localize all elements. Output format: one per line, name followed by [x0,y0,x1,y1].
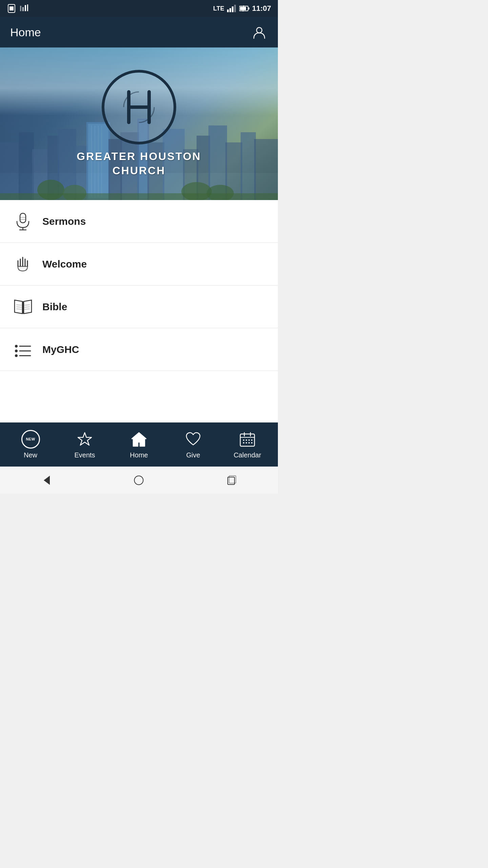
menu-list: Sermons Welcome [0,200,278,422]
page-title: Home [10,26,41,39]
new-badge: NEW [21,430,40,449]
svg-rect-8 [232,6,233,12]
svg-rect-38 [254,139,278,200]
hero-banner: GREATER HOUSTON CHURCH [0,47,278,200]
star-icon [76,430,94,449]
svg-rect-4 [25,5,26,11]
sermons-label: Sermons [42,216,86,227]
svg-point-79 [135,476,143,485]
svg-marker-65 [78,433,92,445]
svg-rect-5 [27,4,28,11]
microphone-icon [12,210,34,232]
svg-point-61 [15,354,18,357]
nav-events-label: Events [74,451,95,459]
status-left [7,4,28,13]
svg-point-77 [251,442,252,443]
svg-rect-1 [9,6,14,11]
system-nav [0,467,278,494]
church-logo-container: GREATER HOUSTON CHURCH [77,70,201,178]
book-icon [12,296,34,318]
svg-point-60 [15,350,18,352]
svg-line-55 [16,309,22,309]
svg-line-53 [16,305,22,305]
nav-new-label: New [24,451,37,459]
nav-item-give[interactable]: Give [173,430,214,459]
svg-point-59 [15,345,18,348]
svg-rect-37 [241,132,256,200]
svg-rect-3 [22,7,24,11]
hand-icon [12,253,34,275]
recents-button[interactable] [221,470,242,490]
nav-item-events[interactable]: Events [64,430,105,459]
battery-icon [239,5,249,12]
svg-point-74 [243,442,244,443]
menu-item-bible[interactable]: Bible [0,285,278,328]
svg-rect-12 [248,7,249,9]
home-icon [130,430,148,449]
nav-give-label: Give [186,451,200,459]
nav-calendar-label: Calendar [233,451,261,459]
svg-point-14 [257,27,262,33]
nav-item-home[interactable]: Home [119,430,159,459]
svg-line-57 [24,307,30,307]
svg-point-72 [248,439,250,441]
nav-item-new[interactable]: NEW New [10,430,51,459]
nav-item-calendar[interactable]: Calendar [227,430,268,459]
svg-line-58 [24,309,30,309]
lte-label: LTE [213,5,224,12]
svg-marker-78 [44,476,50,485]
welcome-label: Welcome [42,258,87,270]
church-logo-h [115,83,163,131]
status-right: LTE 11:07 [213,4,271,13]
bottom-nav: NEW New Events Home Give [0,422,278,467]
home-system-button[interactable] [129,470,149,490]
menu-item-myghc[interactable]: MyGHC [0,328,278,371]
svg-rect-7 [229,8,231,12]
new-icon: NEW [21,430,40,449]
myghc-label: MyGHC [42,344,79,355]
bible-label: Bible [42,301,67,313]
svg-rect-47 [20,213,26,223]
time-display: 11:07 [252,4,271,13]
app-header: Home [0,17,278,47]
nav-home-label: Home [130,451,148,459]
svg-line-56 [24,305,30,305]
person-icon [252,25,266,39]
church-logo-circle [102,70,176,144]
new-badge-text: NEW [26,437,35,441]
svg-point-71 [246,439,247,441]
calendar-icon [238,430,257,449]
list-icon [12,338,34,360]
svg-point-75 [246,442,247,443]
svg-line-54 [16,307,22,307]
svg-point-73 [251,439,252,441]
svg-rect-2 [20,6,21,11]
menu-item-welcome[interactable]: Welcome [0,243,278,285]
svg-rect-15 [0,142,20,200]
svg-point-70 [243,439,244,441]
menu-item-sermons[interactable]: Sermons [0,200,278,243]
sim-icon [7,4,16,13]
status-bar: LTE 11:07 [0,0,278,17]
signal-icon [227,5,237,12]
church-name: GREATER HOUSTON CHURCH [77,150,201,178]
wifi-icon [19,4,28,13]
svg-rect-43 [0,193,278,200]
svg-rect-9 [234,5,236,12]
svg-point-76 [248,442,250,443]
profile-button[interactable] [251,24,268,41]
back-button[interactable] [36,470,57,490]
heart-icon [184,430,203,449]
svg-rect-6 [227,9,229,12]
svg-rect-16 [19,132,34,200]
